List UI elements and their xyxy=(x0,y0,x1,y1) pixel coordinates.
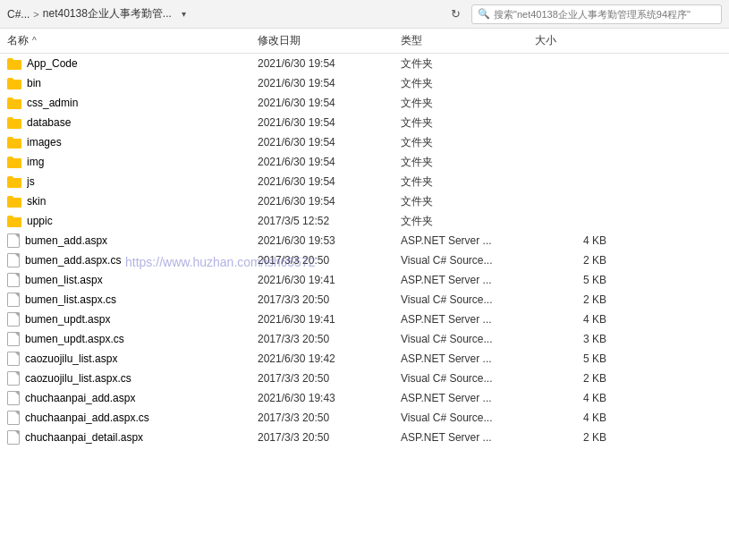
file-type-cell: ASP.NET Server ... xyxy=(401,313,535,326)
file-name-text: bumen_add.aspx.cs xyxy=(25,254,121,267)
list-item[interactable]: chuchaanpai_detail.aspx 2017/3/3 20:50 A… xyxy=(0,428,729,447)
col-header-size[interactable]: 大小 xyxy=(535,33,606,48)
file-type-cell: ASP.NET Server ... xyxy=(401,352,535,365)
file-date-cell: 2021/6/30 19:53 xyxy=(258,234,401,247)
search-input[interactable] xyxy=(494,9,716,20)
file-type-cell: 文件夹 xyxy=(401,214,535,229)
file-date-cell: 2021/6/30 19:54 xyxy=(258,156,401,168)
refresh-button[interactable]: ↻ xyxy=(445,4,466,25)
file-name-text: bin xyxy=(27,77,41,89)
list-item[interactable]: bumen_list.aspx 2021/6/30 19:41 ASP.NET … xyxy=(0,270,729,290)
file-name-text: js xyxy=(27,175,35,188)
path-arrow-1: > xyxy=(33,9,38,20)
file-size-cell: 2 KB xyxy=(535,431,606,444)
list-item[interactable]: skin 2021/6/30 19:54 文件夹 xyxy=(0,191,729,211)
file-name-text: chuchaanpai_add.aspx xyxy=(25,392,135,404)
file-type-cell: ASP.NET Server ... xyxy=(401,234,535,247)
folder-icon xyxy=(7,196,21,208)
file-type-cell: 文件夹 xyxy=(401,76,535,91)
folder-icon xyxy=(7,157,21,168)
file-name-cell: images xyxy=(7,136,258,148)
file-icon xyxy=(7,293,20,307)
file-date-cell: 2021/6/30 19:54 xyxy=(258,57,401,70)
column-header: 名称 ^ 修改日期 类型 大小 xyxy=(0,29,729,54)
file-icon xyxy=(7,430,20,445)
list-item[interactable]: bin 2021/6/30 19:54 文件夹 xyxy=(0,73,729,93)
file-name-cell: skin xyxy=(7,195,258,208)
path-segment-2: net40138企业人事考勤管... xyxy=(43,6,172,21)
file-date-cell: 2021/6/30 19:54 xyxy=(258,195,401,208)
list-item[interactable]: database 2021/6/30 19:54 文件夹 xyxy=(0,113,729,132)
file-size-cell: 2 KB xyxy=(535,372,606,385)
file-name-text: bumen_updt.aspx.cs xyxy=(25,333,124,345)
file-name-cell: js xyxy=(7,175,258,188)
list-item[interactable]: chuchaanpai_add.aspx 2021/6/30 19:43 ASP… xyxy=(0,388,729,408)
file-date-cell: 2017/3/3 20:50 xyxy=(258,372,401,385)
folder-icon xyxy=(7,176,21,188)
file-name-text: bumen_add.aspx xyxy=(25,234,107,247)
file-type-cell: 文件夹 xyxy=(401,96,535,111)
list-item[interactable]: js 2021/6/30 19:54 文件夹 xyxy=(0,172,729,191)
file-name-cell: bin xyxy=(7,77,258,89)
list-item[interactable]: caozuojilu_list.aspx.cs 2017/3/3 20:50 V… xyxy=(0,369,729,388)
file-type-cell: Visual C# Source... xyxy=(401,293,535,306)
list-item[interactable]: img 2021/6/30 19:54 文件夹 xyxy=(0,152,729,172)
file-name-cell: chuchaanpai_add.aspx xyxy=(7,391,258,405)
list-item[interactable]: bumen_add.aspx 2021/6/30 19:53 ASP.NET S… xyxy=(0,231,729,250)
folder-icon xyxy=(7,78,21,89)
file-type-cell: ASP.NET Server ... xyxy=(401,431,535,444)
list-item[interactable]: bumen_updt.aspx.cs 2017/3/3 20:50 Visual… xyxy=(0,329,729,349)
file-type-cell: 文件夹 xyxy=(401,155,535,170)
file-type-cell: Visual C# Source... xyxy=(401,333,535,345)
folder-icon xyxy=(7,216,21,227)
file-type-cell: Visual C# Source... xyxy=(401,412,535,424)
list-item[interactable]: uppic 2017/3/5 12:52 文件夹 xyxy=(0,211,729,231)
file-size-cell: 4 KB xyxy=(535,392,606,404)
file-type-cell: ASP.NET Server ... xyxy=(401,392,535,404)
col-header-date[interactable]: 修改日期 xyxy=(258,33,401,48)
file-size-cell: 5 KB xyxy=(535,352,606,365)
file-name-text: caozuojilu_list.aspx.cs xyxy=(25,372,131,385)
file-date-cell: 2017/3/3 20:50 xyxy=(258,431,401,444)
list-item[interactable]: bumen_add.aspx.cs 2017/3/3 20:50 Visual … xyxy=(0,250,729,270)
col-header-name[interactable]: 名称 ^ xyxy=(7,33,258,48)
file-type-cell: ASP.NET Server ... xyxy=(401,274,535,286)
file-date-cell: 2017/3/3 20:50 xyxy=(258,333,401,345)
folder-icon xyxy=(7,137,21,148)
file-icon xyxy=(7,411,20,425)
list-item[interactable]: bumen_list.aspx.cs 2017/3/3 20:50 Visual… xyxy=(0,290,729,310)
file-name-cell: bumen_list.aspx xyxy=(7,273,258,287)
list-item[interactable]: bumen_updt.aspx 2021/6/30 19:41 ASP.NET … xyxy=(0,310,729,329)
search-box: 🔍 xyxy=(471,4,722,24)
file-size-cell: 2 KB xyxy=(535,293,606,306)
col-header-type[interactable]: 类型 xyxy=(401,33,535,48)
list-item[interactable]: images 2021/6/30 19:54 文件夹 xyxy=(0,132,729,152)
file-date-cell: 2021/6/30 19:41 xyxy=(258,313,401,326)
search-icon: 🔍 xyxy=(478,8,490,20)
list-item[interactable]: caozuojilu_list.aspx 2021/6/30 19:42 ASP… xyxy=(0,349,729,369)
file-name-cell: database xyxy=(7,116,258,129)
file-name-cell: chuchaanpai_detail.aspx xyxy=(7,430,258,445)
path-segment-1: C#... xyxy=(7,8,30,21)
file-name-cell: bumen_updt.aspx xyxy=(7,312,258,327)
path-dropdown-button[interactable]: ▾ xyxy=(175,5,193,23)
file-name-text: chuchaanpai_detail.aspx xyxy=(25,431,143,444)
folder-icon xyxy=(7,98,21,109)
file-date-cell: 2021/6/30 19:54 xyxy=(258,116,401,129)
list-item[interactable]: App_Code 2021/6/30 19:54 文件夹 xyxy=(0,54,729,73)
title-bar: C#... > net40138企业人事考勤管... ▾ ↻ 🔍 xyxy=(0,0,729,29)
file-name-text: css_admin xyxy=(27,97,78,109)
file-name-text: caozuojilu_list.aspx xyxy=(25,352,117,365)
list-item[interactable]: css_admin 2021/6/30 19:54 文件夹 xyxy=(0,93,729,113)
file-date-cell: 2017/3/3 20:50 xyxy=(258,293,401,306)
file-icon xyxy=(7,312,20,327)
list-item[interactable]: chuchaanpai_add.aspx.cs 2017/3/3 20:50 V… xyxy=(0,408,729,428)
file-type-cell: Visual C# Source... xyxy=(401,254,535,267)
folder-icon xyxy=(7,117,21,129)
file-size-cell: 4 KB xyxy=(535,313,606,326)
file-name-cell: App_Code xyxy=(7,57,258,70)
file-icon xyxy=(7,233,20,248)
file-date-cell: 2021/6/30 19:54 xyxy=(258,77,401,89)
file-name-cell: img xyxy=(7,156,258,168)
file-name-cell: bumen_add.aspx xyxy=(7,233,258,248)
